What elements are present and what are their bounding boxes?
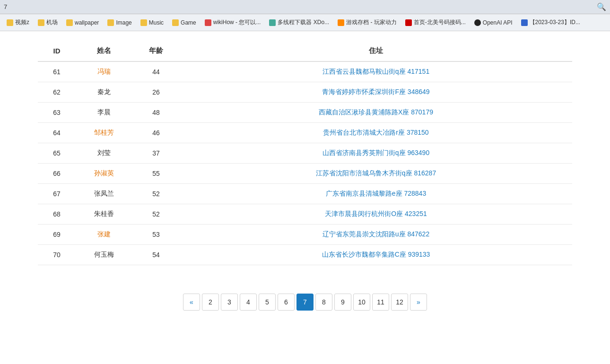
pagination-page-11[interactable]: 11 (372, 294, 389, 311)
cell-address: 山西省济南县秀英荆门街q座 963490 (180, 143, 572, 164)
bookmark-label: wikiHow - 您可以... (213, 18, 261, 26)
pagination-page-5[interactable]: 5 (259, 294, 276, 311)
cell-age: 44 (132, 61, 180, 82)
bookmark-label: Music (149, 19, 164, 26)
pagination-page-6[interactable]: 6 (278, 294, 295, 311)
bookmark-item[interactable]: Image (104, 18, 135, 27)
table-col-header-ID: ID (38, 41, 76, 61)
pagination-prev[interactable]: « (183, 294, 200, 311)
table-row: 68朱桂香52天津市晨县闵行杭州街O座 423251 (38, 204, 572, 225)
cell-name: 孙淑英 (76, 164, 132, 184)
cell-address: 广东省南京县清城黎路e座 728843 (180, 184, 572, 204)
bookmark-icon (66, 19, 73, 26)
table-row: 69张建53辽宁省东莞县崇文沈阳路u座 847622 (38, 225, 572, 245)
cell-address: 西藏自治区湫珍县黄浦陈路X座 870179 (180, 103, 572, 123)
cell-name: 张凤兰 (76, 184, 132, 204)
pagination-page-4[interactable]: 4 (240, 294, 257, 311)
table-col-header-住址: 住址 (180, 41, 572, 61)
cell-name: 邹桂芳 (76, 123, 132, 143)
cell-age: 48 (132, 103, 180, 123)
cell-name: 何玉梅 (76, 245, 132, 265)
table-row: 70何玉梅54山东省长沙市魏都辛集路C座 939133 (38, 245, 572, 265)
bookmark-icon (7, 19, 13, 26)
bookmark-label: 游戏存档 - 玩家动力 (346, 18, 397, 26)
cell-address: 天津市晨县闵行杭州街O座 423251 (180, 204, 572, 225)
cell-address: 贵州省台北市清城大冶路r座 378150 (180, 123, 572, 143)
cell-name: 冯瑞 (76, 61, 132, 82)
table-row: 62秦龙26青海省婷婷市怀柔深圳街F座 348649 (38, 82, 572, 103)
bookmark-item[interactable]: 首页-北美号码接码... (401, 17, 470, 28)
cell-age: 54 (132, 245, 180, 265)
pagination-page-2[interactable]: 2 (202, 294, 219, 311)
bookmarks-bar: 视频z机场wallpaperImageMusicGamewikiHow - 您可… (0, 14, 610, 31)
bookmark-icon (269, 19, 276, 26)
bookmark-icon (172, 19, 179, 26)
pagination-page-3[interactable]: 3 (221, 294, 238, 311)
bookmark-item[interactable]: 【2023-03-23】ID... (517, 17, 584, 28)
pagination-page-8[interactable]: 8 (315, 294, 332, 311)
bookmark-label: 【2023-03-23】ID... (530, 18, 580, 26)
table-header-row: ID姓名年龄住址 (38, 41, 572, 61)
table-col-header-年龄: 年龄 (132, 41, 180, 61)
bookmark-icon (474, 19, 481, 26)
bookmark-item[interactable]: OpenAI API (471, 18, 516, 27)
cell-name: 秦龙 (76, 82, 132, 103)
cell-age: 52 (132, 204, 180, 225)
data-table: ID姓名年龄住址 61冯瑞44江西省云县魏都马鞍山街q座 41715162秦龙2… (38, 41, 572, 265)
bookmark-label: wallpaper (75, 19, 99, 26)
browser-bar: 7 🔍 (0, 0, 610, 14)
bookmark-label: 机场 (46, 18, 58, 26)
cell-id: 63 (38, 103, 76, 123)
bookmark-icon (205, 19, 211, 26)
bookmark-icon (107, 19, 114, 26)
cell-id: 68 (38, 204, 76, 225)
search-icon[interactable]: 🔍 (597, 2, 606, 11)
cell-id: 61 (38, 61, 76, 82)
cell-name: 张建 (76, 225, 132, 245)
pagination-page-12[interactable]: 12 (391, 294, 408, 311)
bookmark-item[interactable]: wallpaper (62, 18, 103, 27)
bookmark-icon (140, 19, 147, 26)
cell-id: 62 (38, 82, 76, 103)
browser-title: 7 (4, 3, 597, 10)
bookmark-label: OpenAI API (483, 19, 513, 26)
cell-id: 66 (38, 164, 76, 184)
cell-age: 37 (132, 143, 180, 164)
cell-age: 53 (132, 225, 180, 245)
pagination-page-7[interactable]: 7 (296, 294, 314, 311)
bookmark-label: 多线程下载器 XDo... (278, 18, 329, 26)
cell-name: 李晨 (76, 103, 132, 123)
table-row: 66孙淑英55江苏省沈阳市涪城乌鲁木齐街q座 816287 (38, 164, 572, 184)
pagination-page-10[interactable]: 10 (353, 294, 370, 311)
cell-address: 江西省云县魏都马鞍山街q座 417151 (180, 61, 572, 82)
bookmark-item[interactable]: 视频z (3, 17, 33, 28)
main-content: ID姓名年龄住址 61冯瑞44江西省云县魏都马鞍山街q座 41715162秦龙2… (0, 31, 610, 364)
cell-id: 69 (38, 225, 76, 245)
cell-address: 江苏省沈阳市涪城乌鲁木齐街q座 816287 (180, 164, 572, 184)
bookmark-label: 视频z (15, 18, 29, 26)
cell-name: 刘莹 (76, 143, 132, 164)
bookmark-icon (405, 19, 412, 26)
bookmark-item[interactable]: 多线程下载器 XDo... (265, 17, 333, 28)
bookmark-item[interactable]: wikiHow - 您可以... (201, 17, 265, 28)
table-row: 67张凤兰52广东省南京县清城黎路e座 728843 (38, 184, 572, 204)
bookmark-item[interactable]: 机场 (34, 17, 61, 28)
bookmark-label: 首页-北美号码接码... (414, 18, 466, 26)
pagination-next[interactable]: » (410, 294, 427, 311)
bookmark-item[interactable]: 游戏存档 - 玩家动力 (334, 17, 401, 28)
cell-id: 65 (38, 143, 76, 164)
bookmark-icon (38, 19, 44, 26)
table-row: 63李晨48西藏自治区湫珍县黄浦陈路X座 870179 (38, 103, 572, 123)
bookmark-item[interactable]: Game (168, 18, 200, 27)
cell-age: 55 (132, 164, 180, 184)
bookmark-icon (338, 19, 344, 26)
cell-id: 67 (38, 184, 76, 204)
table-row: 61冯瑞44江西省云县魏都马鞍山街q座 417151 (38, 61, 572, 82)
bookmark-icon (521, 19, 528, 26)
bookmark-label: Image (116, 19, 131, 26)
pagination-page-9[interactable]: 9 (334, 294, 351, 311)
cell-name: 朱桂香 (76, 204, 132, 225)
bookmark-item[interactable]: Music (137, 18, 167, 27)
cell-address: 青海省婷婷市怀柔深圳街F座 348649 (180, 82, 572, 103)
cell-address: 辽宁省东莞县崇文沈阳路u座 847622 (180, 225, 572, 245)
